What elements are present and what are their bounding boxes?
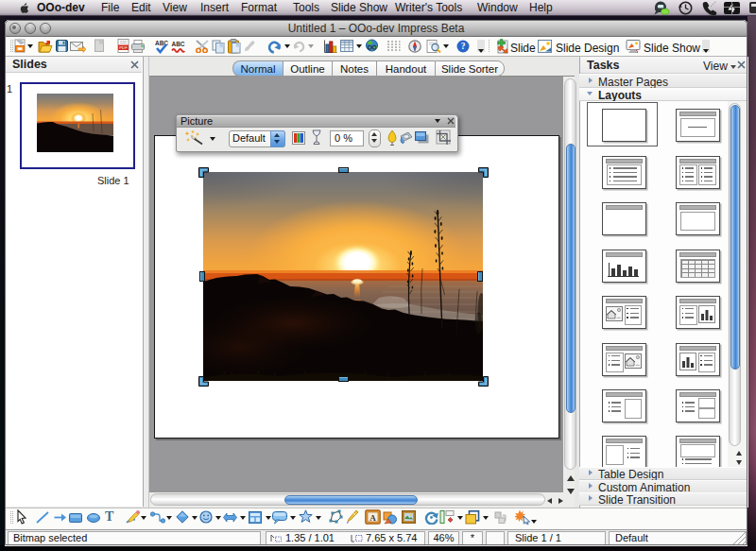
svg-text:ABC: ABC [171, 41, 184, 47]
svg-text:PDF: PDF [119, 45, 128, 50]
svg-text:A: A [369, 513, 376, 523]
svg-text:?: ? [461, 42, 466, 51]
